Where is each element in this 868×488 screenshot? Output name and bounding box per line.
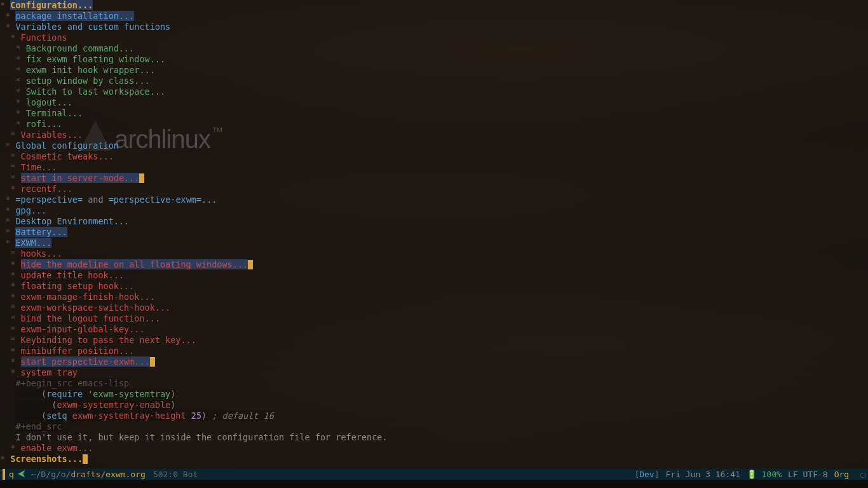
modeline: q ⮜ ~/D/g/o/drafts/exwm.org 502:0 Bot [[…: [0, 469, 868, 480]
cursor-position: 502:0 Bot: [153, 469, 198, 480]
org-heading[interactable]: * Variables and custom functions: [0, 22, 868, 32]
org-heading[interactable]: * Battery...: [0, 227, 868, 238]
cursor: [139, 173, 144, 183]
src-line[interactable]: I don't use it, but keep it inside the c…: [0, 432, 868, 443]
cursor: [83, 454, 88, 464]
org-heading[interactable]: * Switch to last workspace...: [0, 86, 868, 97]
org-heading[interactable]: * hide the modeline on all floating wind…: [0, 259, 868, 270]
org-heading[interactable]: * bind the logout function...: [0, 313, 868, 324]
org-heading[interactable]: * rofi...: [0, 119, 868, 130]
org-heading[interactable]: * Functions: [0, 32, 868, 43]
org-heading[interactable]: * exwm-input-global-key...: [0, 324, 868, 335]
org-heading[interactable]: * exwm-manage-finish-hook...: [0, 292, 868, 302]
org-heading[interactable]: * recentf...: [0, 184, 868, 194]
org-heading[interactable]: * hooks...: [0, 248, 868, 259]
modeline-indicator: [3, 469, 5, 480]
path-hi: drafts/: [71, 470, 105, 479]
org-heading[interactable]: * floating setup hook...: [0, 281, 868, 292]
src-line[interactable]: #+begin_src emacs-lisp: [0, 378, 868, 389]
org-heading[interactable]: * Screenshots...: [0, 454, 868, 464]
src-line[interactable]: (setq exwm-systemtray-height 25) ; defau…: [0, 410, 868, 421]
org-heading[interactable]: * start perspective-exwm...: [0, 356, 868, 367]
editor-buffer[interactable]: * Configuration... * package installatio…: [0, 0, 868, 469]
org-heading[interactable]: * Background command...: [0, 43, 868, 54]
major-mode: Org: [834, 469, 849, 480]
clock: Fri Jun 3 16:41: [666, 469, 740, 480]
src-line[interactable]: (exwm-systemtray-enable): [0, 400, 868, 410]
org-heading[interactable]: * setup window by class...: [0, 76, 868, 86]
battery-percent: 100%: [762, 470, 782, 479]
org-heading[interactable]: * Time...: [0, 162, 868, 173]
echo-area: [0, 480, 868, 488]
src-line[interactable]: #+end_src: [0, 421, 868, 432]
modeline-path: ~/D/g/o/drafts/exwm.org: [31, 469, 146, 480]
org-heading[interactable]: * start in server-mode...: [0, 173, 868, 184]
path-dim: ~/D/g/o/: [31, 470, 71, 479]
buffer-filename: exwm.org: [105, 470, 146, 479]
battery-status: 🔋 100%: [747, 469, 782, 480]
back-arrow-icon: ⮜: [18, 469, 26, 480]
org-heading[interactable]: * Cosmetic tweaks...: [0, 151, 868, 162]
org-heading[interactable]: * Variables...: [0, 130, 868, 140]
org-heading[interactable]: * logout...: [0, 97, 868, 108]
org-heading[interactable]: * Terminal...: [0, 108, 868, 119]
notification-icon: ▢: [860, 469, 865, 480]
cursor: [150, 357, 155, 367]
org-heading[interactable]: * EXWM...: [0, 238, 868, 248]
org-heading[interactable]: * update title hook...: [0, 270, 868, 281]
org-heading[interactable]: * system tray: [0, 367, 868, 378]
org-heading[interactable]: * Configuration...: [0, 0, 868, 11]
org-heading[interactable]: * exwm-workspace-switch-hook...: [0, 302, 868, 313]
org-heading[interactable]: * minibuffer position...: [0, 346, 868, 356]
org-heading[interactable]: * Global configuration: [0, 140, 868, 151]
org-heading[interactable]: * gpg...: [0, 205, 868, 216]
org-heading[interactable]: * exwm init hook wrapper...: [0, 65, 868, 76]
modeline-status: q: [9, 469, 14, 480]
perspective-name: [[Dev]Dev]: [634, 469, 659, 480]
org-heading[interactable]: * =perspective= and =perspective-exwm=..…: [0, 194, 868, 205]
org-heading[interactable]: * Keybinding to pass the next key...: [0, 335, 868, 346]
battery-icon: 🔋: [747, 470, 757, 479]
org-heading[interactable]: * package installation...: [0, 11, 868, 22]
encoding: LF UTF-8: [788, 469, 828, 480]
org-heading[interactable]: * enable exwm...: [0, 443, 868, 454]
org-heading[interactable]: * fix exwm floating window...: [0, 54, 868, 65]
org-heading[interactable]: * Desktop Environment...: [0, 216, 868, 227]
cursor: [248, 260, 253, 269]
src-line[interactable]: (require 'exwm-systemtray): [0, 389, 868, 400]
